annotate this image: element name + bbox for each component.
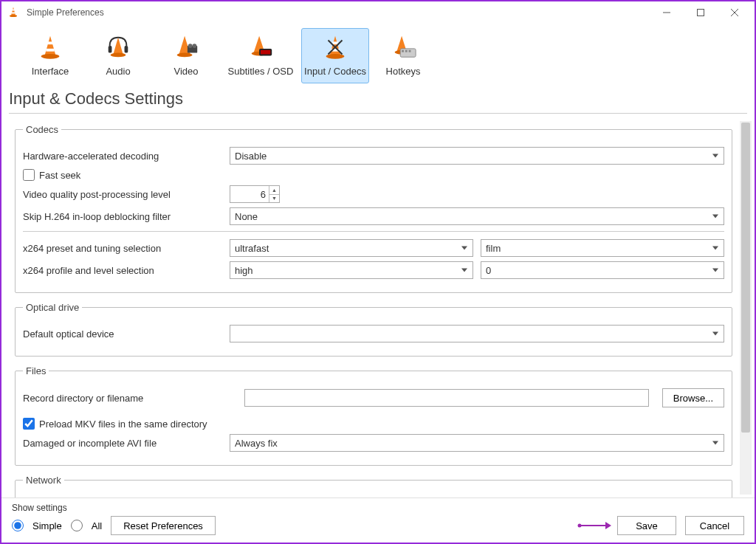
- files-group: Files Record directory or filename Brows…: [15, 365, 732, 466]
- svg-rect-15: [125, 46, 128, 53]
- svg-marker-12: [113, 38, 123, 55]
- svg-point-19: [188, 44, 193, 48]
- tools-cone-icon: [320, 32, 351, 63]
- preload-mkv-label: Preload MKV files in the same directory: [39, 419, 207, 430]
- simple-radio-label: Simple: [32, 520, 62, 531]
- hw-decode-label: Hardware-accelerated decoding: [23, 151, 230, 162]
- svg-rect-14: [109, 46, 112, 53]
- tab-interface[interactable]: Interface: [16, 28, 84, 83]
- clock-cone-icon: [245, 32, 276, 63]
- film-cone-icon: [171, 32, 202, 63]
- cone-icon: [35, 32, 66, 63]
- tab-label: Interface: [32, 66, 69, 77]
- svg-rect-1: [13, 10, 15, 11]
- annotation-arrow-icon: [577, 520, 611, 531]
- record-dir-input[interactable]: [244, 389, 649, 407]
- svg-rect-35: [405, 50, 408, 52]
- svg-rect-24: [261, 50, 270, 55]
- svg-rect-2: [12, 13, 16, 14]
- svg-marker-25: [329, 36, 340, 56]
- fast-seek-checkbox[interactable]: [23, 169, 35, 181]
- reset-preferences-button[interactable]: Reset Preferences: [111, 516, 216, 535]
- tab-label: Hotkeys: [386, 66, 421, 77]
- scrollbar-thumb[interactable]: [741, 123, 750, 433]
- group-legend: Files: [23, 365, 49, 376]
- save-button[interactable]: Save: [617, 516, 676, 535]
- close-button[interactable]: [718, 1, 752, 24]
- x264-tune-select[interactable]: film: [481, 239, 724, 257]
- spin-down-icon[interactable]: ▼: [269, 195, 279, 203]
- x264-preset-label: x264 preset and tuning selection: [23, 243, 230, 254]
- network-group: Network Default caching policy Custom: [15, 475, 732, 497]
- optical-device-label: Default optical device: [23, 328, 230, 340]
- avi-select[interactable]: Always fix: [230, 434, 724, 452]
- tab-audio[interactable]: Audio: [84, 28, 152, 83]
- svg-marker-0: [11, 7, 16, 16]
- tab-hotkeys[interactable]: Hotkeys: [369, 28, 437, 83]
- page-title: Input & Codecs Settings: [1, 83, 755, 111]
- settings-content: Codecs Hardware-accelerated decoding Dis…: [1, 118, 740, 497]
- group-legend: Network: [23, 475, 64, 486]
- tab-label: Video: [173, 66, 198, 77]
- fast-seek-label: Fast seek: [39, 170, 80, 181]
- skip-h264-label: Skip H.264 in-loop deblocking filter: [23, 211, 230, 222]
- divider: [23, 231, 724, 232]
- maximize-button[interactable]: [684, 1, 718, 24]
- x264-level-select[interactable]: 0: [481, 261, 724, 279]
- svg-point-11: [41, 54, 60, 59]
- group-legend: Codecs: [23, 124, 61, 135]
- skip-h264-select[interactable]: None: [230, 207, 724, 225]
- tab-subtitles[interactable]: Subtitles / OSD: [220, 28, 301, 83]
- group-legend: Optical drive: [23, 302, 82, 313]
- svg-point-13: [111, 53, 126, 58]
- svg-rect-33: [400, 49, 416, 57]
- preload-mkv-checkbox[interactable]: [23, 418, 35, 430]
- spin-up-icon[interactable]: ▲: [269, 186, 279, 195]
- svg-rect-26: [332, 41, 338, 44]
- show-settings-label: Show settings: [12, 503, 744, 513]
- hw-decode-select[interactable]: Disable: [230, 147, 724, 165]
- svg-point-20: [193, 44, 197, 48]
- x264-preset-select[interactable]: ultrafast: [230, 239, 473, 257]
- category-tabbar: Interface Audio Video Subtitles / OSD In…: [1, 24, 755, 83]
- window-title: Simple Preferences: [27, 7, 104, 18]
- avi-label: Damaged or incomplete AVI file: [23, 438, 230, 449]
- all-radio[interactable]: [71, 520, 83, 531]
- headphones-cone-icon: [103, 32, 134, 63]
- x264-profile-select[interactable]: high: [230, 261, 473, 279]
- svg-rect-34: [402, 50, 404, 52]
- titlebar: Simple Preferences: [1, 1, 755, 24]
- minimize-button[interactable]: [650, 1, 684, 24]
- svg-rect-36: [409, 50, 411, 52]
- optical-group: Optical drive Default optical device: [15, 302, 732, 357]
- tab-label: Input / Codecs: [304, 66, 366, 77]
- svg-rect-5: [698, 10, 704, 16]
- simple-radio[interactable]: [12, 520, 24, 531]
- vlc-app-icon: [7, 6, 21, 19]
- cancel-button[interactable]: Cancel: [685, 516, 744, 535]
- svg-point-3: [10, 15, 17, 17]
- tab-video[interactable]: Video: [152, 28, 220, 83]
- svg-point-28: [326, 54, 345, 59]
- tab-label: Subtitles / OSD: [228, 66, 294, 77]
- footer: Show settings Simple All Reset Preferenc…: [1, 497, 755, 543]
- svg-rect-10: [46, 49, 54, 52]
- tab-input-codecs[interactable]: Input / Codecs: [301, 28, 369, 83]
- svg-rect-9: [47, 41, 53, 44]
- svg-point-39: [578, 524, 582, 528]
- browse-button[interactable]: Browse...: [662, 388, 724, 407]
- codecs-group: Codecs Hardware-accelerated decoding Dis…: [15, 124, 732, 293]
- postproc-label: Video quality post-processing level: [23, 189, 230, 200]
- optical-device-select[interactable]: [230, 325, 724, 342]
- keyboard-cone-icon: [388, 32, 419, 63]
- svg-point-17: [177, 53, 193, 58]
- all-radio-label: All: [92, 520, 102, 531]
- svg-marker-8: [44, 36, 55, 56]
- x264-profile-label: x264 profile and level selection: [23, 265, 230, 276]
- tab-label: Audio: [106, 66, 130, 77]
- divider: [9, 113, 747, 114]
- vertical-scrollbar[interactable]: [740, 121, 752, 495]
- record-dir-label: Record directory or filename: [23, 393, 244, 404]
- svg-marker-38: [605, 522, 611, 529]
